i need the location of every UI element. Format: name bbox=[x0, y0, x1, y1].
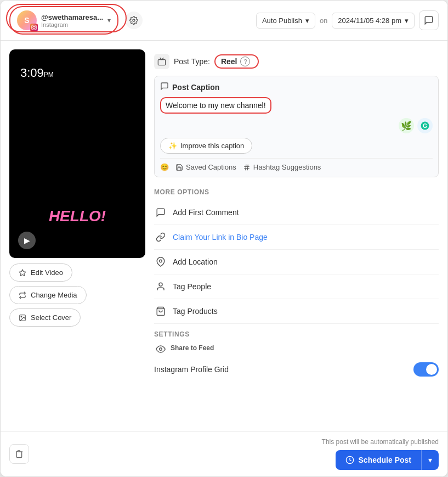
account-info: @swethamaresa... Instagram bbox=[41, 13, 103, 28]
on-label: on bbox=[320, 16, 327, 25]
ai-icons: 🌿 G bbox=[160, 118, 433, 133]
grammarly-icon[interactable]: G bbox=[417, 118, 433, 133]
schedule-post-button[interactable]: Schedule Post bbox=[336, 450, 421, 470]
instagram-profile-grid-toggle[interactable] bbox=[413, 362, 439, 377]
tag-people-icon bbox=[154, 280, 167, 293]
video-preview: 3:09PM HELLO! ▶ bbox=[9, 49, 145, 258]
tag-people-label: Tag People bbox=[173, 282, 211, 291]
right-panel: Post Type: Reel ? Post bbox=[154, 49, 439, 422]
post-type-row: Post Type: Reel ? bbox=[154, 49, 439, 74]
chevron-down-icon: ▾ bbox=[107, 16, 111, 24]
caption-header: Post Caption bbox=[160, 82, 433, 93]
account-name: @swethamaresa... bbox=[41, 13, 103, 21]
add-first-comment-row[interactable]: Add First Comment bbox=[154, 200, 439, 225]
add-location-row[interactable]: Add Location bbox=[154, 250, 439, 274]
settings-label: SETTINGS bbox=[154, 330, 439, 338]
header-actions: Auto Publish ▾ on 2024/11/05 4:28 pm ▾ bbox=[256, 10, 439, 30]
add-location-label: Add Location bbox=[173, 257, 218, 266]
svg-point-1 bbox=[33, 26, 35, 29]
datetime-value: 2024/11/05 4:28 pm bbox=[338, 16, 401, 25]
post-type-value: Reel bbox=[221, 57, 237, 66]
hashtag-suggestions-tool[interactable]: Hashtag Suggestions bbox=[243, 163, 321, 171]
caption-tools: 😊 Saved Captions Ha bbox=[160, 158, 433, 171]
footer-left bbox=[9, 444, 29, 464]
eye-icon bbox=[154, 343, 167, 356]
schedule-dropdown-button[interactable]: ▾ bbox=[421, 450, 439, 470]
play-button[interactable]: ▶ bbox=[18, 232, 36, 249]
svg-line-12 bbox=[245, 164, 246, 170]
post-editor-modal: S @swethamaresa... Instagram ▾ bbox=[0, 0, 448, 477]
wand-icon: ✨ bbox=[168, 142, 177, 150]
svg-point-15 bbox=[159, 283, 162, 286]
select-cover-button[interactable]: Select Cover bbox=[9, 308, 81, 327]
footer: This post will be automatically publishe… bbox=[1, 431, 447, 476]
account-platform: Instagram bbox=[41, 21, 103, 28]
action-buttons: Edit Video Change Media Select Cover bbox=[9, 263, 145, 327]
avatar: S bbox=[17, 10, 37, 30]
header: S @swethamaresa... Instagram ▾ bbox=[1, 1, 447, 41]
caption-header-icon bbox=[160, 82, 169, 93]
tag-products-row[interactable]: Tag Products bbox=[154, 299, 439, 324]
tag-products-label: Tag Products bbox=[173, 307, 218, 316]
saved-captions-tool[interactable]: Saved Captions bbox=[175, 163, 236, 171]
body: 3:09PM HELLO! ▶ Edit Video bbox=[1, 41, 447, 431]
publish-chevron-icon: ▾ bbox=[305, 16, 309, 25]
svg-point-17 bbox=[160, 348, 162, 351]
publish-mode-selector[interactable]: Auto Publish ▾ bbox=[256, 13, 315, 29]
svg-rect-7 bbox=[158, 60, 165, 65]
publish-mode-label: Auto Publish bbox=[262, 16, 302, 25]
improve-caption-button[interactable]: ✨ Improve this caption bbox=[160, 138, 252, 154]
edit-video-button[interactable]: Edit Video bbox=[9, 263, 72, 282]
claim-link-bio-row[interactable]: Claim Your Link in Bio Page bbox=[154, 225, 439, 250]
more-options-label: MORE OPTIONS bbox=[154, 188, 439, 196]
delete-button[interactable] bbox=[9, 444, 29, 464]
info-icon[interactable]: ? bbox=[240, 57, 250, 66]
tag-people-row[interactable]: Tag People bbox=[154, 274, 439, 299]
svg-point-14 bbox=[160, 260, 162, 262]
svg-marker-4 bbox=[19, 270, 26, 276]
svg-rect-0 bbox=[32, 25, 36, 30]
left-panel: 3:09PM HELLO! ▶ Edit Video bbox=[9, 49, 145, 422]
caption-text[interactable]: Welcome to my new channel! bbox=[166, 101, 266, 110]
account-selector[interactable]: S @swethamaresa... Instagram ▾ bbox=[9, 6, 118, 35]
video-hello-text: HELLO! bbox=[49, 207, 106, 225]
svg-point-2 bbox=[35, 26, 36, 26]
emoji-tool[interactable]: 😊 bbox=[160, 163, 169, 171]
change-media-button[interactable]: Change Media bbox=[9, 286, 87, 304]
video-time: 3:09PM bbox=[20, 66, 54, 80]
instagram-badge bbox=[30, 24, 38, 31]
datetime-chevron-icon: ▾ bbox=[405, 16, 409, 25]
schedule-row: Schedule Post ▾ bbox=[336, 450, 439, 470]
ai-icon-1[interactable]: 🌿 bbox=[399, 118, 414, 133]
add-first-comment-label: Add First Comment bbox=[173, 208, 239, 217]
svg-line-13 bbox=[247, 164, 248, 170]
auto-publish-note: This post will be automatically publishe… bbox=[322, 438, 439, 446]
instagram-profile-grid-label: Instagram Profile Grid bbox=[154, 365, 229, 374]
svg-text:G: G bbox=[423, 122, 427, 129]
emoji-icon: 😊 bbox=[160, 163, 169, 171]
footer-right: This post will be automatically publishe… bbox=[322, 438, 439, 470]
svg-point-3 bbox=[133, 19, 135, 21]
link-icon bbox=[154, 231, 167, 244]
tag-products-icon bbox=[154, 305, 167, 318]
chat-button[interactable] bbox=[419, 10, 439, 30]
location-icon bbox=[154, 255, 167, 268]
post-type-icon bbox=[154, 54, 169, 69]
instagram-profile-grid-row: Instagram Profile Grid bbox=[154, 358, 439, 381]
share-to-feed-label: Share to Feed bbox=[171, 344, 214, 352]
caption-header-label: Post Caption bbox=[172, 83, 219, 92]
claim-link-bio-label: Claim Your Link in Bio Page bbox=[173, 233, 268, 242]
settings-icon-button[interactable] bbox=[125, 12, 143, 29]
comment-icon bbox=[154, 206, 167, 219]
svg-point-6 bbox=[21, 316, 22, 317]
datetime-selector[interactable]: 2024/11/05 4:28 pm ▾ bbox=[332, 13, 415, 29]
caption-section: Post Caption Welcome to my new channel! … bbox=[154, 76, 439, 177]
post-type-label: Post Type: bbox=[174, 57, 210, 66]
